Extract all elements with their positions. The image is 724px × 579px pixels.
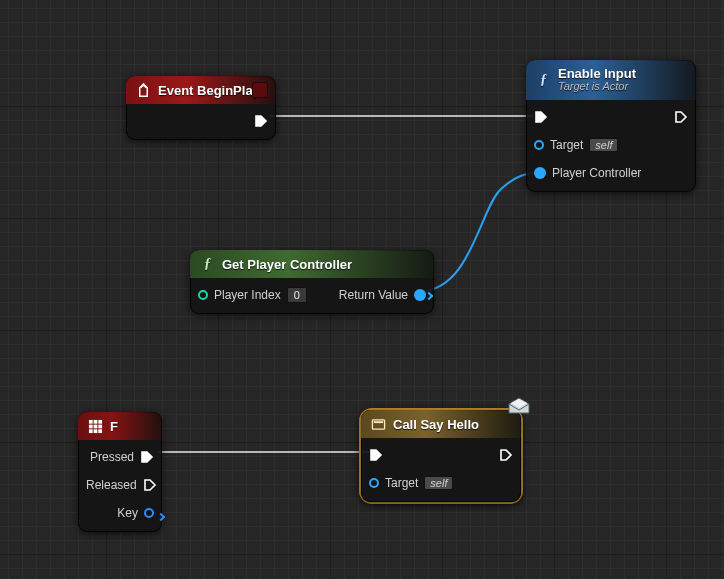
node-subtitle: Target is Actor: [558, 81, 636, 93]
function-icon: ƒ: [536, 73, 551, 88]
target-default[interactable]: self: [424, 476, 453, 490]
pin-label-return-value: Return Value: [339, 288, 408, 302]
event-icon: [136, 83, 151, 98]
svg-rect-3: [89, 424, 93, 428]
pin-label-target: Target: [385, 476, 418, 490]
exec-out-pin[interactable]: [674, 110, 688, 124]
return-value-pin[interactable]: [414, 289, 426, 301]
exec-out-pin[interactable]: [254, 114, 268, 128]
player-controller-pin[interactable]: [534, 167, 546, 179]
svg-rect-2: [98, 419, 102, 423]
svg-rect-6: [89, 429, 93, 433]
node-header[interactable]: ƒ Get Player Controller: [190, 250, 434, 278]
svg-rect-4: [94, 424, 98, 428]
svg-rect-0: [89, 419, 93, 423]
node-title: F: [110, 419, 118, 434]
player-index-value[interactable]: 0: [287, 287, 307, 303]
exec-out-pin[interactable]: [499, 448, 513, 462]
node-call-say-hello[interactable]: Call Say Hello: [361, 410, 521, 502]
svg-rect-5: [98, 424, 102, 428]
svg-rect-1: [94, 419, 98, 423]
svg-rect-7: [94, 429, 98, 433]
node-event-begin-play[interactable]: Event BeginPlay: [126, 76, 276, 140]
exec-in-pin[interactable]: [534, 110, 548, 124]
envelope-icon: [507, 398, 531, 414]
svg-rect-10: [374, 421, 383, 423]
node-header[interactable]: Event BeginPlay: [126, 76, 276, 104]
player-index-pin[interactable]: [198, 290, 208, 300]
keyboard-icon: [88, 419, 103, 434]
pin-label-released: Released: [86, 478, 137, 492]
target-pin[interactable]: [369, 478, 379, 488]
node-title: Event BeginPlay: [158, 83, 260, 98]
function-icon: ƒ: [200, 257, 215, 272]
node-header[interactable]: ƒ Enable Input Target is Actor: [526, 60, 696, 100]
target-default[interactable]: self: [589, 138, 618, 152]
key-pin[interactable]: [144, 508, 154, 518]
node-call-say-hello-wrap: Call Say Hello: [361, 410, 521, 502]
released-exec-pin[interactable]: [143, 478, 157, 492]
pressed-exec-pin[interactable]: [140, 450, 154, 464]
pin-label-target: Target: [550, 138, 583, 152]
node-header[interactable]: F: [78, 412, 162, 440]
pin-label-player-controller: Player Controller: [552, 166, 641, 180]
message-icon: [371, 417, 386, 432]
target-pin[interactable]: [534, 140, 544, 150]
svg-rect-8: [98, 429, 102, 433]
node-title: Call Say Hello: [393, 417, 479, 432]
pin-label-key: Key: [117, 506, 138, 520]
breakpoint-indicator[interactable]: [252, 82, 268, 98]
node-title: Get Player Controller: [222, 257, 352, 272]
node-header[interactable]: Call Say Hello: [361, 410, 521, 438]
node-input-key-f[interactable]: F Pressed Released Key: [78, 412, 162, 532]
exec-in-pin[interactable]: [369, 448, 383, 462]
pin-label-pressed: Pressed: [90, 450, 134, 464]
node-title: Enable Input: [558, 67, 636, 81]
pin-label-player-index: Player Index: [214, 288, 281, 302]
node-get-player-controller[interactable]: ƒ Get Player Controller Player Index 0 R…: [190, 250, 434, 314]
node-enable-input[interactable]: ƒ Enable Input Target is Actor Target s: [526, 60, 696, 192]
